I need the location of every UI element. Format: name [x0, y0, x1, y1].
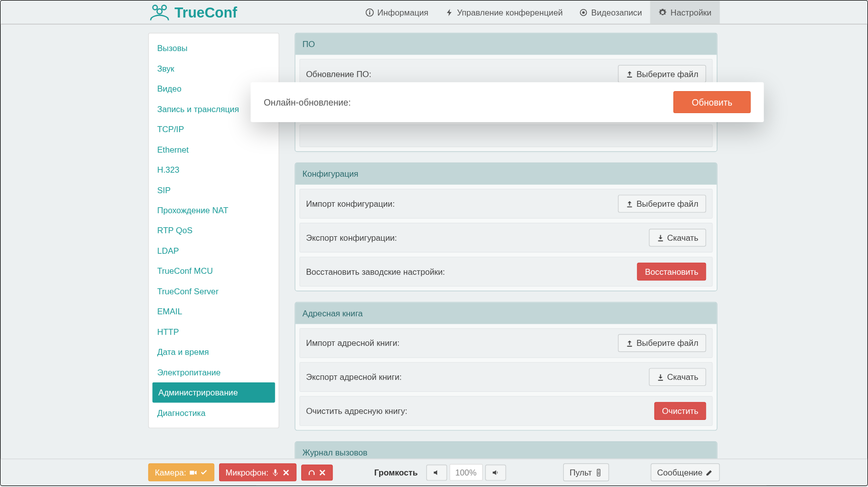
- sidebar-item-14[interactable]: HTTP: [149, 322, 279, 342]
- panel-addressbook-title: Адресная книга: [295, 303, 717, 324]
- sidebar-item-7[interactable]: SIP: [149, 180, 279, 200]
- panel-config: Конфигурация Импорт конфигурации: Выбери…: [295, 163, 717, 291]
- camera-icon: [189, 468, 197, 476]
- remote-icon: [595, 468, 602, 476]
- headphones-toggle-button[interactable]: [301, 464, 333, 480]
- panel-config-title: Конфигурация: [295, 163, 717, 185]
- online-update-label: Онлайн-обновление:: [264, 97, 351, 107]
- software-update-label: Обновление ПО:: [306, 69, 371, 79]
- svg-point-1: [162, 5, 166, 10]
- restore-defaults-button[interactable]: Восстановить: [637, 263, 706, 281]
- svg-rect-4: [369, 12, 370, 14]
- upload-icon: [626, 339, 633, 347]
- abook-clear-label: Очистить адресную книгу:: [306, 406, 407, 416]
- upload-icon: [626, 70, 633, 78]
- volume-high-icon: [492, 468, 499, 476]
- sidebar-item-13[interactable]: EMAIL: [149, 301, 279, 321]
- volume-label: Громкость: [374, 467, 418, 477]
- sidebar-item-16[interactable]: Электропитание: [149, 362, 279, 382]
- svg-rect-5: [369, 10, 370, 11]
- nav-settings[interactable]: Настройки: [650, 1, 720, 24]
- topbar: TrueConf Информация Управление конференц…: [1, 1, 867, 25]
- panel-addressbook: Адресная книга Импорт адресной книги: Вы…: [295, 302, 717, 430]
- sidebar-item-9[interactable]: RTP QoS: [149, 220, 279, 240]
- abook-import-label: Импорт адресной книги:: [306, 338, 400, 348]
- config-export-label: Экспорт конфигурации:: [306, 233, 397, 242]
- sidebar-item-12[interactable]: TrueConf Server: [149, 281, 279, 301]
- sidebar-item-1[interactable]: Звук: [149, 59, 279, 79]
- nav-conference[interactable]: Управление конференцией: [437, 1, 571, 24]
- close-icon: [319, 468, 326, 476]
- volume-group: 100%: [426, 464, 506, 480]
- volume-up-button[interactable]: [485, 464, 506, 480]
- remote-button[interactable]: Пульт: [563, 463, 609, 481]
- clear-abook-button[interactable]: Очистить: [654, 402, 706, 420]
- sidebar-item-8[interactable]: Прохождение NAT: [149, 200, 279, 220]
- microphone-icon: [272, 468, 279, 476]
- sidebar-item-5[interactable]: Ethernet: [149, 139, 279, 159]
- svg-rect-12: [598, 474, 599, 474]
- volume-down-button[interactable]: [426, 464, 447, 480]
- row-config-import: Импорт конфигурации: Выберите файл: [300, 189, 713, 219]
- choose-file-abook-button[interactable]: Выберите файл: [618, 334, 706, 352]
- row-abook-import: Импорт адресной книги: Выберите файл: [300, 328, 713, 358]
- volume-low-icon: [433, 468, 440, 476]
- pencil-icon: [705, 468, 713, 476]
- panel-software-title: ПО: [295, 34, 717, 55]
- sidebar-item-15[interactable]: Дата и время: [149, 342, 279, 362]
- download-config-button[interactable]: Скачать: [649, 229, 706, 247]
- update-button[interactable]: Обновить: [673, 91, 751, 113]
- footer: Камера: Микрофон: Громкость 100% Пульт С…: [1, 458, 867, 485]
- close-icon: [282, 468, 290, 476]
- sidebar-item-17[interactable]: Администрирование: [153, 382, 275, 402]
- message-button[interactable]: Сообщение: [650, 463, 719, 481]
- svg-point-2: [157, 9, 162, 14]
- bolt-icon: [445, 8, 454, 17]
- svg-point-0: [153, 5, 158, 10]
- sidebar-item-11[interactable]: TrueConf MCU: [149, 261, 279, 281]
- logo-icon: [148, 4, 171, 22]
- sidebar-item-10[interactable]: LDAP: [149, 241, 279, 261]
- row-spare: [300, 125, 713, 147]
- svg-point-9: [598, 470, 599, 471]
- record-icon: [579, 8, 588, 17]
- brand-text: TrueConf: [175, 4, 237, 21]
- row-abook-clear: Очистить адресную книгу: Очистить: [300, 396, 713, 426]
- choose-file-config-button[interactable]: Выберите файл: [618, 195, 706, 213]
- sidebar-item-0[interactable]: Вызовы: [149, 38, 279, 58]
- config-import-label: Импорт конфигурации:: [306, 199, 395, 208]
- download-icon: [656, 234, 664, 241]
- sidebar-item-4[interactable]: TCP/IP: [149, 119, 279, 139]
- nav-info[interactable]: Информация: [357, 1, 437, 24]
- online-update-card: Онлайн-обновление: Обновить: [251, 82, 764, 122]
- microphone-toggle-button[interactable]: Микрофон:: [219, 463, 297, 481]
- row-abook-export: Экспорт адресной книги: Скачать: [300, 362, 713, 392]
- upload-icon: [626, 200, 633, 207]
- info-icon: [366, 8, 374, 17]
- gear-icon: [659, 8, 667, 17]
- logo: TrueConf: [148, 1, 237, 24]
- choose-file-software-button[interactable]: Выберите файл: [618, 65, 706, 83]
- check-icon: [200, 468, 208, 476]
- nav-recordings[interactable]: Видеозаписи: [571, 1, 650, 24]
- sidebar-item-18[interactable]: Диагностика: [149, 402, 279, 422]
- svg-point-7: [582, 11, 585, 14]
- download-icon: [656, 373, 664, 381]
- sidebar-item-6[interactable]: H.323: [149, 160, 279, 180]
- row-config-export: Экспорт конфигурации: Скачать: [300, 223, 713, 253]
- download-abook-button[interactable]: Скачать: [649, 368, 706, 386]
- svg-rect-10: [598, 472, 599, 472]
- camera-toggle-button[interactable]: Камера:: [148, 463, 214, 481]
- config-reset-label: Восстановить заводские настройки:: [306, 267, 445, 276]
- svg-rect-11: [598, 473, 599, 473]
- headphones-icon: [308, 468, 315, 476]
- row-config-reset: Восстановить заводские настройки: Восста…: [300, 257, 713, 287]
- abook-export-label: Экспорт адресной книги:: [306, 372, 402, 382]
- volume-value: 100%: [449, 464, 483, 480]
